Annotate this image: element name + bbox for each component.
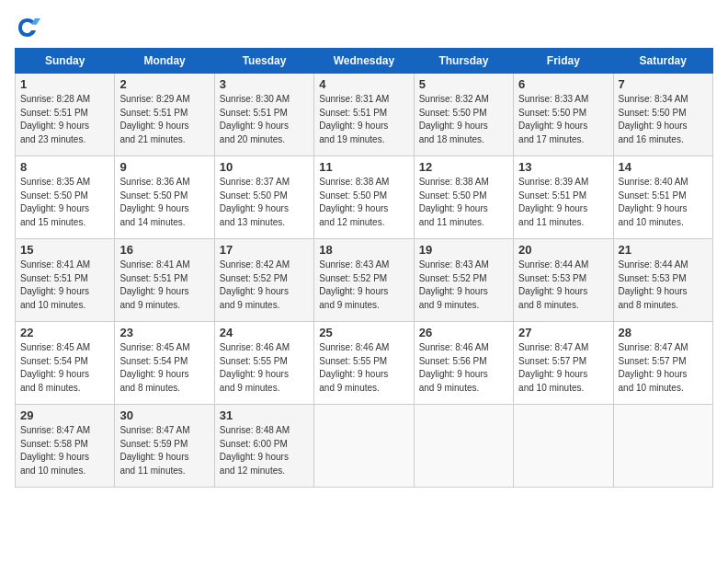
day-info: Sunrise: 8:46 AM Sunset: 5:55 PM Dayligh… xyxy=(319,341,408,395)
calendar-day-19: 19Sunrise: 8:43 AM Sunset: 5:52 PM Dayli… xyxy=(414,239,513,322)
calendar-week-4: 22Sunrise: 8:45 AM Sunset: 5:54 PM Dayli… xyxy=(16,322,713,405)
day-number: 27 xyxy=(518,326,608,339)
day-info: Sunrise: 8:38 AM Sunset: 5:50 PM Dayligh… xyxy=(419,176,508,229)
day-number: 17 xyxy=(220,243,309,257)
empty-cell xyxy=(414,405,513,488)
weekday-header-row: SundayMondayTuesdayWednesdayThursdayFrid… xyxy=(16,49,713,74)
calendar-week-3: 15Sunrise: 8:41 AM Sunset: 5:51 PM Dayli… xyxy=(16,239,713,322)
day-number: 30 xyxy=(119,408,209,422)
calendar-day-12: 12Sunrise: 8:38 AM Sunset: 5:50 PM Dayli… xyxy=(414,156,513,239)
day-number: 31 xyxy=(220,408,309,422)
day-number: 14 xyxy=(619,160,708,174)
day-number: 15 xyxy=(20,243,109,257)
day-number: 20 xyxy=(518,243,608,257)
day-info: Sunrise: 8:44 AM Sunset: 5:53 PM Dayligh… xyxy=(518,259,608,312)
empty-cell xyxy=(514,405,613,488)
weekday-header-saturday: Saturday xyxy=(613,49,712,74)
weekday-header-friday: Friday xyxy=(514,49,613,74)
day-info: Sunrise: 8:47 AM Sunset: 5:57 PM Dayligh… xyxy=(619,341,708,395)
day-info: Sunrise: 8:40 AM Sunset: 5:51 PM Dayligh… xyxy=(619,176,708,229)
day-number: 18 xyxy=(319,243,408,257)
empty-cell xyxy=(314,405,414,488)
day-info: Sunrise: 8:42 AM Sunset: 5:52 PM Dayligh… xyxy=(220,259,309,312)
day-number: 26 xyxy=(419,326,508,339)
day-number: 10 xyxy=(220,160,309,174)
empty-cell xyxy=(613,405,712,488)
calendar-week-1: 1Sunrise: 8:28 AM Sunset: 5:51 PM Daylig… xyxy=(16,74,713,156)
day-info: Sunrise: 8:41 AM Sunset: 5:51 PM Dayligh… xyxy=(20,259,109,312)
day-number: 5 xyxy=(419,77,508,91)
day-number: 21 xyxy=(619,243,708,257)
day-number: 11 xyxy=(319,160,408,174)
calendar-day-28: 28Sunrise: 8:47 AM Sunset: 5:57 PM Dayli… xyxy=(613,322,712,405)
calendar-day-21: 21Sunrise: 8:44 AM Sunset: 5:53 PM Dayli… xyxy=(613,239,712,322)
calendar-day-29: 29Sunrise: 8:47 AM Sunset: 5:58 PM Dayli… xyxy=(16,405,115,488)
day-number: 2 xyxy=(119,77,209,91)
calendar-day-7: 7Sunrise: 8:34 AM Sunset: 5:50 PM Daylig… xyxy=(613,74,712,156)
calendar-day-26: 26Sunrise: 8:46 AM Sunset: 5:56 PM Dayli… xyxy=(414,322,513,405)
day-number: 23 xyxy=(119,326,209,339)
day-info: Sunrise: 8:39 AM Sunset: 5:51 PM Dayligh… xyxy=(518,176,608,229)
day-info: Sunrise: 8:30 AM Sunset: 5:51 PM Dayligh… xyxy=(220,93,309,146)
weekday-header-monday: Monday xyxy=(115,49,214,74)
day-number: 24 xyxy=(220,326,309,339)
day-number: 1 xyxy=(20,77,109,91)
calendar-day-11: 11Sunrise: 8:38 AM Sunset: 5:50 PM Dayli… xyxy=(314,156,414,239)
day-info: Sunrise: 8:31 AM Sunset: 5:51 PM Dayligh… xyxy=(319,93,408,146)
day-number: 16 xyxy=(119,243,209,257)
day-info: Sunrise: 8:44 AM Sunset: 5:53 PM Dayligh… xyxy=(619,259,708,312)
weekday-header-wednesday: Wednesday xyxy=(314,49,414,74)
calendar-day-25: 25Sunrise: 8:46 AM Sunset: 5:55 PM Dayli… xyxy=(314,322,414,405)
weekday-header-tuesday: Tuesday xyxy=(214,49,313,74)
calendar-day-5: 5Sunrise: 8:32 AM Sunset: 5:50 PM Daylig… xyxy=(414,74,513,156)
day-number: 3 xyxy=(220,77,309,91)
calendar-week-2: 8Sunrise: 8:35 AM Sunset: 5:50 PM Daylig… xyxy=(16,156,713,239)
calendar-day-15: 15Sunrise: 8:41 AM Sunset: 5:51 PM Dayli… xyxy=(16,239,115,322)
calendar-day-2: 2Sunrise: 8:29 AM Sunset: 5:51 PM Daylig… xyxy=(115,74,214,156)
page-header xyxy=(15,15,713,40)
calendar-week-5: 29Sunrise: 8:47 AM Sunset: 5:58 PM Dayli… xyxy=(16,405,713,488)
day-info: Sunrise: 8:43 AM Sunset: 5:52 PM Dayligh… xyxy=(419,259,508,312)
calendar-day-14: 14Sunrise: 8:40 AM Sunset: 5:51 PM Dayli… xyxy=(613,156,712,239)
day-number: 13 xyxy=(518,160,608,174)
day-info: Sunrise: 8:29 AM Sunset: 5:51 PM Dayligh… xyxy=(119,93,209,146)
day-number: 4 xyxy=(319,77,408,91)
day-info: Sunrise: 8:28 AM Sunset: 5:51 PM Dayligh… xyxy=(20,93,109,146)
calendar-day-8: 8Sunrise: 8:35 AM Sunset: 5:50 PM Daylig… xyxy=(16,156,115,239)
day-info: Sunrise: 8:45 AM Sunset: 5:54 PM Dayligh… xyxy=(119,341,209,395)
calendar-day-10: 10Sunrise: 8:37 AM Sunset: 5:50 PM Dayli… xyxy=(214,156,313,239)
day-info: Sunrise: 8:32 AM Sunset: 5:50 PM Dayligh… xyxy=(419,93,508,146)
day-number: 8 xyxy=(20,160,109,174)
calendar-day-23: 23Sunrise: 8:45 AM Sunset: 5:54 PM Dayli… xyxy=(115,322,214,405)
calendar-day-3: 3Sunrise: 8:30 AM Sunset: 5:51 PM Daylig… xyxy=(214,74,313,156)
calendar-day-22: 22Sunrise: 8:45 AM Sunset: 5:54 PM Dayli… xyxy=(16,322,115,405)
calendar-day-31: 31Sunrise: 8:48 AM Sunset: 6:00 PM Dayli… xyxy=(214,405,313,488)
day-number: 7 xyxy=(619,77,708,91)
day-info: Sunrise: 8:34 AM Sunset: 5:50 PM Dayligh… xyxy=(619,93,708,146)
calendar-day-27: 27Sunrise: 8:47 AM Sunset: 5:57 PM Dayli… xyxy=(514,322,613,405)
day-info: Sunrise: 8:47 AM Sunset: 5:57 PM Dayligh… xyxy=(518,341,608,395)
calendar-day-24: 24Sunrise: 8:46 AM Sunset: 5:55 PM Dayli… xyxy=(214,322,313,405)
day-number: 12 xyxy=(419,160,508,174)
logo xyxy=(15,15,44,40)
calendar-day-9: 9Sunrise: 8:36 AM Sunset: 5:50 PM Daylig… xyxy=(115,156,214,239)
calendar-day-4: 4Sunrise: 8:31 AM Sunset: 5:51 PM Daylig… xyxy=(314,74,414,156)
day-number: 29 xyxy=(20,408,109,422)
day-info: Sunrise: 8:45 AM Sunset: 5:54 PM Dayligh… xyxy=(20,341,109,395)
logo-icon xyxy=(15,15,40,40)
day-info: Sunrise: 8:43 AM Sunset: 5:52 PM Dayligh… xyxy=(319,259,408,312)
weekday-header-sunday: Sunday xyxy=(16,49,115,74)
day-info: Sunrise: 8:48 AM Sunset: 6:00 PM Dayligh… xyxy=(220,424,309,477)
day-number: 28 xyxy=(619,326,708,339)
calendar-day-18: 18Sunrise: 8:43 AM Sunset: 5:52 PM Dayli… xyxy=(314,239,414,322)
day-info: Sunrise: 8:46 AM Sunset: 5:55 PM Dayligh… xyxy=(220,341,309,395)
weekday-header-thursday: Thursday xyxy=(414,49,513,74)
calendar-day-17: 17Sunrise: 8:42 AM Sunset: 5:52 PM Dayli… xyxy=(214,239,313,322)
day-info: Sunrise: 8:36 AM Sunset: 5:50 PM Dayligh… xyxy=(119,176,209,229)
day-info: Sunrise: 8:33 AM Sunset: 5:50 PM Dayligh… xyxy=(518,93,608,146)
day-number: 19 xyxy=(419,243,508,257)
day-info: Sunrise: 8:35 AM Sunset: 5:50 PM Dayligh… xyxy=(20,176,109,229)
day-number: 25 xyxy=(319,326,408,339)
calendar-table: SundayMondayTuesdayWednesdayThursdayFrid… xyxy=(15,48,713,488)
day-number: 9 xyxy=(119,160,209,174)
